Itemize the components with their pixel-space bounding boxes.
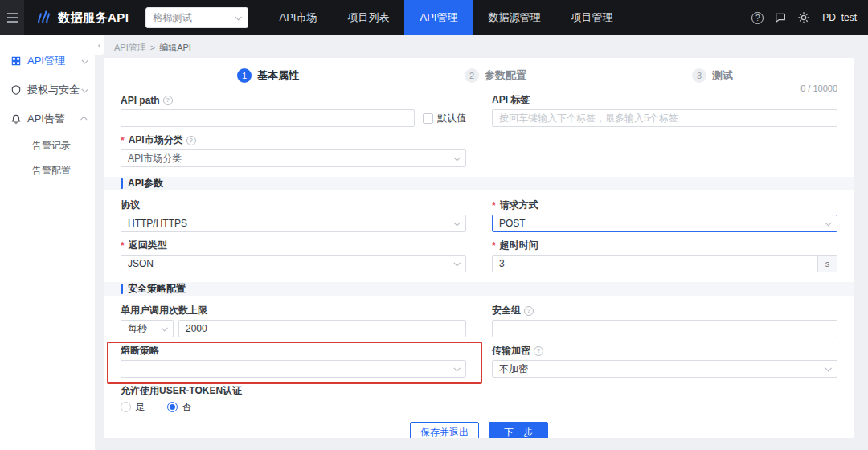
rate-limit-label: 单用户调用次数上限: [121, 305, 466, 316]
rate-limit-input[interactable]: [178, 320, 466, 338]
rate-limit-unit-select[interactable]: 每秒: [121, 320, 174, 338]
chevron-down-icon: [453, 260, 460, 266]
sidebar-item-label: API告警: [27, 112, 82, 126]
select-value: HTTP/HTTPS: [128, 218, 187, 229]
return-type-label: * 返回类型: [121, 240, 466, 251]
info-icon[interactable]: ?: [524, 306, 534, 316]
info-icon[interactable]: ?: [163, 96, 173, 105]
info-icon[interactable]: ?: [534, 346, 543, 356]
help-icon[interactable]: ?: [751, 12, 764, 24]
sidebar-subitem-alert-config[interactable]: 告警配置: [0, 158, 95, 183]
step-label: 参数配置: [485, 68, 526, 83]
sidebar-item-auth-security[interactable]: 授权与安全: [0, 76, 95, 104]
message-icon[interactable]: [774, 11, 787, 24]
nav-project-list[interactable]: 项目列表: [332, 0, 404, 35]
sidebar: API管理 授权与安全 API告警 告警记录 告警配置: [0, 35, 95, 450]
request-method-label: * 请求方式: [492, 200, 837, 211]
select-value: JSON: [128, 258, 154, 269]
step-number: 3: [692, 68, 706, 83]
settings-gear-icon[interactable]: [797, 11, 810, 24]
nav-project-management[interactable]: 项目管理: [555, 0, 628, 35]
circuit-breaker-label: 熔断策略: [121, 346, 466, 356]
required-asterisk: *: [121, 135, 125, 146]
radio-label: 否: [182, 400, 191, 414]
save-exit-button[interactable]: 保存并退出: [410, 422, 479, 438]
encryption-label: 传输加密 ?: [492, 346, 837, 356]
api-path-input[interactable]: [121, 109, 415, 127]
nav-api-management[interactable]: API管理: [404, 0, 473, 35]
sidebar-item-label: 授权与安全: [27, 83, 82, 97]
radio-no[interactable]: 否: [167, 400, 191, 414]
circuit-breaker-select[interactable]: [121, 360, 466, 378]
brand: 数据服务API: [35, 8, 129, 28]
sidebar-item-api-management[interactable]: API管理: [0, 47, 95, 76]
sidebar-collapse-icon[interactable]: ‹: [95, 35, 104, 55]
api-tag-input[interactable]: [492, 109, 837, 127]
top-nav: API市场 项目列表 API管理 数据源管理 项目管理: [264, 0, 628, 35]
checkbox-icon: [423, 113, 433, 124]
breadcrumb-parent[interactable]: API管理: [114, 43, 146, 52]
workspace-select-value: 榕棉测试: [154, 11, 192, 25]
security-group-label: 安全组 ?: [492, 305, 837, 316]
encryption-select[interactable]: 不加密: [492, 360, 837, 378]
step-parameter-config[interactable]: 2 参数配置: [465, 68, 526, 83]
return-type-field: * 返回类型 JSON: [121, 240, 466, 272]
sidebar-item-api-alerts[interactable]: API告警: [0, 104, 95, 133]
hamburger-menu-icon[interactable]: [0, 0, 24, 35]
nav-datasource-management[interactable]: 数据源管理: [473, 0, 555, 35]
form-footer: 保存并退出 下一步: [104, 422, 854, 438]
nav-api-market[interactable]: API市场: [264, 0, 333, 35]
topbar: 数据服务API 榕棉测试 API市场 项目列表 API管理 数据源管理 项目管理…: [0, 0, 868, 35]
timeout-input[interactable]: [493, 256, 817, 272]
basic-attributes-grid: API path ? 默认值 API 标签: [104, 93, 854, 175]
user-token-label: 允许使用USER-TOKEN认证: [121, 386, 466, 396]
username[interactable]: PD_test: [822, 12, 857, 23]
chevron-down-icon: [81, 86, 88, 92]
section-api-params: API参数: [104, 177, 854, 190]
app-logo-icon: [35, 8, 52, 28]
step-label: 测试: [712, 68, 733, 83]
chevron-down-icon: [235, 14, 241, 20]
radio-label: 是: [135, 400, 145, 414]
security-group-field: 安全组 ?: [492, 305, 837, 338]
content-area: ‹ API管理>编辑API 1 基本属性 2 参数配置 3 测试 0 / 100…: [95, 35, 868, 450]
api-market-category-select[interactable]: API市场分类: [121, 149, 466, 167]
api-market-category-field: * API市场分类 ? API市场分类: [121, 135, 466, 167]
step-basic-attributes[interactable]: 1 基本属性: [237, 68, 299, 83]
api-path-field: API path ? 默认值: [121, 95, 466, 127]
chevron-down-icon: [825, 365, 831, 371]
security-group-input[interactable]: [492, 320, 837, 338]
select-value: API市场分类: [128, 152, 182, 166]
return-type-select[interactable]: JSON: [121, 255, 466, 272]
breadcrumb: API管理>编辑API: [114, 42, 191, 54]
workspace-select[interactable]: 榕棉测试: [145, 7, 248, 28]
request-method-select[interactable]: POST: [492, 215, 837, 232]
section-accent-bar: [121, 178, 123, 189]
section-title: API参数: [128, 177, 163, 190]
step-number: 1: [237, 68, 252, 83]
api-params-grid: 协议 HTTP/HTTPS * 请求方式 POST *: [104, 198, 854, 280]
step-test[interactable]: 3 测试: [692, 68, 733, 83]
default-value-checkbox[interactable]: 默认值: [423, 112, 466, 125]
circuit-breaker-field: 熔断策略: [121, 346, 466, 378]
empty-cell: [492, 135, 837, 175]
protocol-select[interactable]: HTTP/HTTPS: [121, 215, 466, 232]
info-icon[interactable]: ?: [186, 136, 196, 145]
chevron-down-icon: [453, 154, 460, 161]
step-label: 基本属性: [257, 68, 299, 83]
api-tag-field: API 标签: [492, 95, 837, 127]
radio-icon: [167, 402, 178, 412]
sidebar-subitem-alert-records[interactable]: 告警记录: [0, 133, 95, 158]
stepper: 1 基本属性 2 参数配置 3 测试: [104, 58, 854, 83]
user-token-field: 允许使用USER-TOKEN认证 是 否: [121, 386, 466, 414]
radio-yes[interactable]: 是: [121, 400, 145, 414]
step-number: 2: [465, 68, 479, 83]
char-counter: 0 / 10000: [104, 84, 854, 93]
chevron-down-icon: [161, 325, 167, 331]
security-policy-grid: 单用户调用次数上限 每秒 安全组 ? 熔断: [104, 304, 854, 422]
chevron-down-icon: [81, 57, 88, 63]
bell-icon: [10, 113, 22, 125]
required-asterisk: *: [492, 200, 496, 211]
next-step-button[interactable]: 下一步: [489, 422, 548, 438]
protocol-field: 协议 HTTP/HTTPS: [121, 200, 466, 232]
